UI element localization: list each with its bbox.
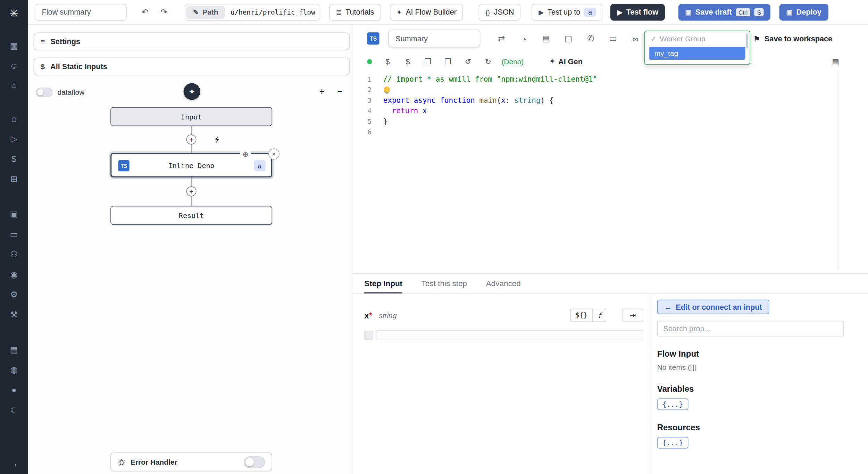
discord-icon[interactable]: ◍ bbox=[0, 362, 28, 377]
gauge-icon[interactable]: ◔ bbox=[519, 32, 528, 44]
error-handler-toggle[interactable] bbox=[244, 456, 265, 468]
add-variable-icon[interactable]: $ bbox=[383, 56, 392, 67]
error-handler-bar[interactable]: Error Handler bbox=[110, 452, 272, 472]
dark-mode-icon[interactable]: ☾ bbox=[0, 402, 28, 417]
test-up-to-button[interactable]: ▶ Test up to a bbox=[532, 3, 603, 20]
all-static-inputs-label: All Static Inputs bbox=[50, 62, 107, 70]
line-number: 3 bbox=[352, 95, 372, 106]
add-resource-icon[interactable]: $ bbox=[403, 56, 412, 67]
code-editor[interactable]: // import * as wmill from "npm:windmill-… bbox=[379, 70, 868, 273]
input-node[interactable]: Input bbox=[110, 107, 272, 126]
tutorials-button[interactable]: ≣ Tutorials bbox=[329, 3, 381, 20]
flow-summary-input[interactable] bbox=[35, 3, 127, 20]
favorites-icon[interactable]: ☆ bbox=[0, 78, 28, 93]
save-to-workspace-button[interactable]: ⚑ Save to workspace bbox=[753, 34, 832, 43]
step-summary-input[interactable] bbox=[388, 30, 480, 47]
my-tag-option[interactable]: my_tag bbox=[649, 47, 745, 60]
swap-paths-icon[interactable]: ⇄ bbox=[497, 32, 506, 44]
settings-bar[interactable]: ≡ Settings bbox=[33, 32, 350, 50]
arg-input-row bbox=[364, 330, 643, 340]
all-static-inputs-bar[interactable]: $ All Static Inputs bbox=[33, 57, 350, 75]
clipboard-icon[interactable]: ❐ bbox=[443, 56, 452, 67]
lightbulb-icon[interactable] bbox=[384, 86, 390, 93]
redo-button[interactable]: ↷ bbox=[157, 5, 171, 19]
expand-sidebar-icon[interactable]: → bbox=[0, 456, 28, 471]
docs-icon[interactable]: ▤ bbox=[0, 342, 28, 357]
connection-status-dot bbox=[367, 59, 372, 64]
variables-object-chip[interactable]: {...} bbox=[657, 398, 688, 410]
audit-logs-icon[interactable]: ◉ bbox=[0, 267, 28, 282]
editor-toolbar: $ $ ❐ ❐ ↺ ↻ (Deno) ✦ AI Gen ▤ bbox=[352, 52, 868, 70]
tutorials-label: Tutorials bbox=[345, 8, 374, 16]
editor-undo-icon[interactable]: ↺ bbox=[464, 56, 473, 67]
delete-step-button[interactable]: × bbox=[268, 148, 279, 159]
search-prop-input[interactable] bbox=[657, 321, 844, 336]
library-icon[interactable]: ▤ bbox=[831, 56, 840, 67]
topbar: ↶ ↷ ✎ Path ≣ Tutorials ✦ AI Flow Builder… bbox=[28, 0, 868, 25]
variables-icon[interactable]: $ bbox=[0, 151, 28, 166]
copy-icon[interactable]: ❐ bbox=[423, 56, 432, 67]
runs-icon[interactable]: ▷ bbox=[0, 131, 28, 146]
editor-redo-icon[interactable]: ↻ bbox=[484, 56, 493, 67]
connect-input-sidebar: ← Edit or connect an input Flow Input No… bbox=[650, 294, 868, 474]
ai-wand-button[interactable]: ✦ bbox=[184, 83, 200, 100]
deploy-button[interactable]: ▣ Deploy bbox=[779, 3, 828, 20]
workers-icon[interactable]: ⚒ bbox=[0, 307, 28, 322]
path-input[interactable] bbox=[226, 4, 320, 20]
undo-button[interactable]: ↶ bbox=[138, 5, 152, 19]
insert-step-button-top[interactable]: + bbox=[186, 134, 197, 144]
result-node[interactable]: Result bbox=[110, 206, 272, 225]
test-flow-button[interactable]: ▶ Test flow bbox=[610, 3, 665, 20]
input-handle[interactable] bbox=[364, 331, 373, 340]
schedules-icon[interactable]: ▣ bbox=[0, 206, 28, 221]
flow-input-empty: No items ([]) bbox=[657, 363, 861, 372]
play-icon: ▶ bbox=[617, 8, 623, 16]
json-icon: {} bbox=[485, 8, 490, 16]
worker-group-option[interactable]: ✓ Worker Group bbox=[645, 31, 750, 45]
github-icon[interactable]: ● bbox=[0, 382, 28, 397]
code-line: return x bbox=[383, 106, 868, 116]
cache-icon[interactable]: ▤ bbox=[542, 32, 551, 44]
ai-gen-button[interactable]: ✦ AI Gen bbox=[549, 57, 583, 66]
deploy-icon: ▣ bbox=[786, 8, 792, 16]
inline-deno-node[interactable]: TS Inline Deno a ⊕ × bbox=[110, 153, 272, 177]
tab-step-input[interactable]: Step Input bbox=[364, 274, 402, 293]
arg-name: x bbox=[364, 310, 369, 320]
trigger-bolt-button[interactable] bbox=[212, 134, 223, 145]
windmill-logo[interactable]: ✳ bbox=[0, 2, 28, 24]
flow-panel: ≡ Settings $ All Static Inputs dataflow … bbox=[28, 25, 352, 474]
groups-icon[interactable]: ⚇ bbox=[0, 247, 28, 261]
sleep-icon[interactable]: ▭ bbox=[609, 32, 618, 44]
move-step-crosshair-icon[interactable]: ⊕ bbox=[240, 148, 251, 159]
zoom-in-button[interactable]: + bbox=[316, 86, 327, 97]
zoom-out-button[interactable]: − bbox=[334, 86, 345, 97]
fx-button[interactable]: f bbox=[593, 308, 606, 322]
edit-connect-input-button[interactable]: ← Edit or connect an input bbox=[657, 300, 769, 314]
dataflow-toggle[interactable] bbox=[36, 88, 52, 97]
phone-icon[interactable]: ✆ bbox=[586, 32, 595, 44]
worker-group-label: Worker Group bbox=[660, 35, 706, 43]
user-icon[interactable]: ☺ bbox=[0, 58, 28, 73]
arg-actions: ${} f ⇥ bbox=[570, 308, 643, 322]
insert-step-button-bottom[interactable]: + bbox=[186, 186, 197, 197]
apps-icon[interactable]: ▦ bbox=[0, 38, 28, 53]
dropdown-scrollbar[interactable] bbox=[746, 34, 748, 49]
save-draft-button[interactable]: ▣ Save draft Ctrl S bbox=[678, 3, 770, 20]
template-expr-button[interactable]: ${} bbox=[570, 308, 593, 322]
plug-arrow-icon: ⇥ bbox=[629, 311, 636, 320]
checkbox-icon[interactable]: ▢ bbox=[564, 32, 573, 44]
resources-object-chip[interactable]: {...} bbox=[657, 437, 688, 449]
ai-flow-builder-button[interactable]: ✦ AI Flow Builder bbox=[390, 3, 463, 20]
settings-icon[interactable]: ⚙ bbox=[0, 287, 28, 302]
tab-advanced[interactable]: Advanced bbox=[486, 274, 521, 293]
tab-test-this-step[interactable]: Test this step bbox=[422, 274, 467, 293]
home-icon[interactable]: ⌂ bbox=[0, 111, 28, 126]
minimap-divider bbox=[838, 73, 839, 270]
plug-connect-button[interactable]: ⇥ bbox=[622, 308, 643, 322]
x-value-input[interactable] bbox=[376, 330, 643, 340]
path-button[interactable]: ✎ Path bbox=[186, 5, 225, 19]
folders-icon[interactable]: ▭ bbox=[0, 226, 28, 241]
resources-icon[interactable]: ⊞ bbox=[0, 171, 28, 186]
link-icon[interactable]: ∞ bbox=[631, 32, 640, 44]
json-button[interactable]: {} JSON bbox=[479, 3, 521, 20]
